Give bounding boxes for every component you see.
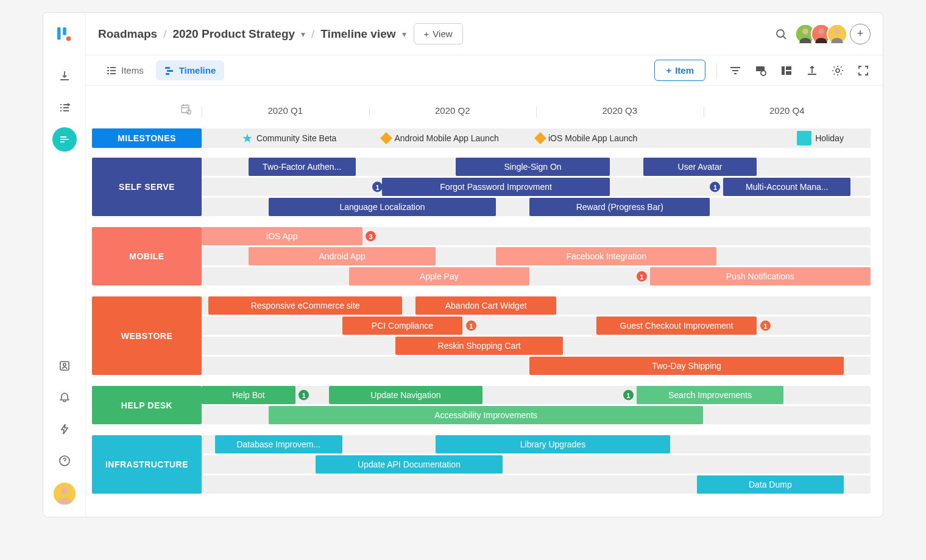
roadmap-icon[interactable] (52, 127, 77, 152)
timeline-bar[interactable]: Library Upgrades (436, 435, 670, 453)
swimlane-row: Two-Day Shipping (202, 357, 871, 375)
svg-rect-33 (182, 105, 189, 113)
add-item-button[interactable]: + Item (654, 60, 705, 81)
svg-rect-16 (107, 70, 109, 71)
count-badge[interactable]: 1 (637, 271, 647, 282)
export-icon[interactable] (805, 63, 819, 78)
svg-point-7 (61, 487, 68, 494)
count-badge[interactable]: 1 (299, 390, 309, 401)
breadcrumb-roadmap[interactable]: 2020 Product Strategy (172, 27, 295, 41)
swimlane-helpdesk: HELP DESKHelp Bot1Update Navigation1Sear… (86, 386, 871, 424)
add-collaborator-button[interactable]: + (850, 24, 871, 44)
activity-icon[interactable] (52, 417, 77, 441)
timeline-bar[interactable]: Facebook Integration (496, 247, 716, 265)
milestone[interactable]: ★Community Site Beta (242, 131, 337, 145)
count-badge[interactable]: 1 (710, 182, 720, 192)
quarter-header: 2020 Q2 (369, 105, 537, 116)
timeline-bar[interactable]: Responsive eCommerce site (208, 296, 402, 315)
timeline-bar[interactable]: Single-Sign On (456, 158, 610, 176)
avatar[interactable] (827, 24, 847, 44)
import-icon[interactable] (52, 64, 77, 88)
search-icon[interactable] (772, 25, 790, 43)
breadcrumb-root[interactable]: Roadmaps (98, 27, 157, 41)
swimlane-row: Update API Documentation (202, 455, 871, 474)
diamond-icon (381, 132, 393, 144)
swimlane-label: WEBSTORE (92, 296, 202, 375)
count-badge[interactable]: 1 (466, 321, 476, 331)
timeline-bar[interactable]: PCI Compliance (342, 317, 463, 335)
svg-rect-17 (107, 73, 109, 74)
milestone[interactable]: iOS Mobile App Launch (536, 133, 637, 143)
timeline-bar[interactable]: Two-Day Shipping (529, 357, 844, 375)
milestone[interactable]: Android Mobile App Launch (382, 133, 498, 143)
timeline-bar[interactable]: Search Improvements (637, 386, 784, 404)
app-sidebar (43, 13, 86, 517)
svg-rect-23 (166, 73, 169, 75)
timeline-bar[interactable]: Android App (249, 247, 436, 265)
svg-point-14 (834, 28, 840, 34)
divider (716, 63, 717, 79)
contacts-icon[interactable] (52, 354, 77, 378)
swimlane-selfserve: SELF SERVETwo-Factor Authen...Single-Sig… (86, 158, 871, 216)
app-logo[interactable] (56, 25, 73, 42)
timeline-bar[interactable]: Two-Factor Authen... (249, 158, 356, 176)
tasks-icon[interactable] (52, 96, 77, 120)
svg-rect-30 (786, 66, 791, 70)
timeline-bar[interactable]: Multi-Account Mana... (723, 178, 850, 196)
timeline-bar[interactable]: Guest Checkout Improvement (596, 317, 757, 335)
timeline-bar[interactable]: Accessibility Improvements (269, 406, 704, 424)
notifications-icon[interactable] (52, 385, 77, 410)
swimlane-row: PCI Compliance1Guest Checkout Improvemen… (202, 317, 871, 335)
timeline-bar[interactable]: User Avatar (643, 158, 757, 176)
count-badge[interactable]: 1 (372, 182, 383, 192)
quarter-header: 2020 Q1 (202, 105, 369, 116)
timeline-bar[interactable]: Apple Pay (349, 267, 529, 285)
layout-icon[interactable] (779, 63, 794, 78)
timeline-bar[interactable]: Language Localization (269, 198, 496, 216)
timeline-bar[interactable]: Reskin Shopping Cart (395, 337, 563, 355)
settings-icon[interactable] (830, 63, 845, 78)
count-badge[interactable]: 1 (760, 321, 771, 331)
swimlane-row: iOS App3 (202, 227, 871, 245)
milestone-label: Holiday (815, 133, 844, 143)
add-view-button[interactable]: + View (414, 23, 463, 44)
tab-items[interactable]: Items (98, 60, 152, 80)
breadcrumb-sep: / (163, 27, 166, 41)
timeline-bar[interactable]: Help Bot (202, 386, 295, 404)
timeline-bar[interactable]: Update Navigation (329, 386, 483, 404)
timeline-bar[interactable]: Reward (Progress Bar) (529, 198, 710, 216)
filter-icon[interactable] (728, 63, 743, 78)
timeline-bar[interactable]: Abandon Cart Widget (415, 296, 556, 315)
svg-rect-21 (165, 67, 170, 69)
timeline-bar[interactable]: Update API Documentation (316, 455, 503, 474)
chevron-down-icon[interactable]: ▾ (402, 29, 406, 39)
chevron-down-icon[interactable]: ▾ (301, 29, 305, 39)
count-badge[interactable]: 3 (366, 231, 376, 242)
block-icon (797, 131, 811, 145)
star-icon: ★ (242, 131, 253, 145)
breadcrumb-view[interactable]: Timeline view (320, 27, 395, 41)
milestone-label: iOS Mobile App Launch (548, 133, 637, 143)
date-settings-icon[interactable] (86, 103, 202, 117)
collaborator-avatars: + (795, 24, 871, 44)
count-badge[interactable]: 1 (623, 390, 634, 401)
fullscreen-icon[interactable] (856, 63, 871, 78)
help-icon[interactable] (52, 449, 77, 473)
timeline-bar[interactable]: Push Notifications (650, 267, 871, 285)
timeline-bar[interactable]: Database Improvem... (215, 435, 342, 453)
tab-timeline[interactable]: Timeline (156, 60, 225, 80)
timeline-bar[interactable]: Data Dump (697, 475, 844, 494)
current-user-avatar[interactable] (54, 483, 76, 505)
swimlane-label: INFRASTRUCTURE (92, 435, 202, 494)
timeline-bar[interactable]: Forgot Password Improvment (382, 178, 609, 196)
milestone[interactable]: Holiday (797, 131, 844, 145)
svg-point-28 (761, 71, 766, 75)
dependencies-icon[interactable] (754, 63, 768, 78)
breadcrumb: Roadmaps / 2020 Product Strategy ▾ / Tim… (98, 27, 406, 41)
svg-rect-19 (110, 70, 116, 71)
svg-rect-24 (730, 67, 740, 68)
svg-point-8 (777, 30, 784, 37)
timeline-bar[interactable]: iOS App (202, 227, 362, 245)
quarter-header: 2020 Q4 (704, 105, 871, 116)
swimlane-row: Responsive eCommerce siteAbandon Cart Wi… (202, 296, 871, 315)
